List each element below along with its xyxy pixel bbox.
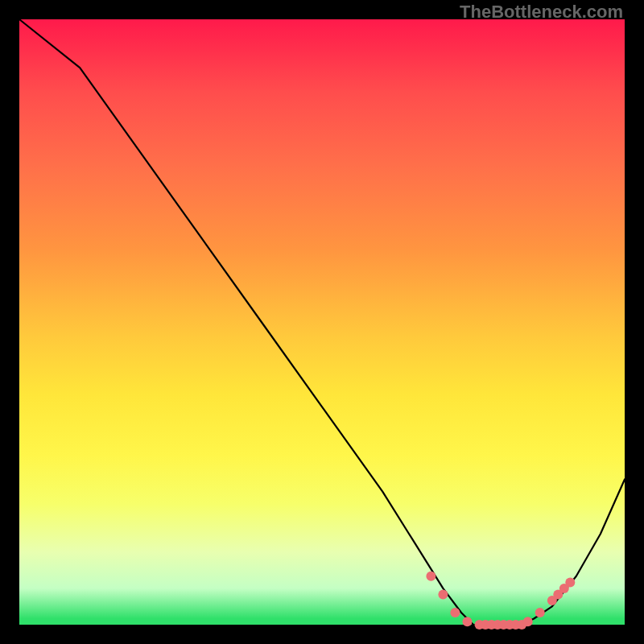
marker-dot <box>565 577 575 587</box>
chart-frame: TheBottleneck.com <box>0 0 644 644</box>
marker-dot <box>463 617 473 626</box>
marker-dot <box>523 617 533 626</box>
plot-area <box>19 19 625 625</box>
curve-svg <box>19 19 625 625</box>
marker-dot-group <box>426 572 575 630</box>
marker-dot <box>450 608 460 617</box>
bottleneck-curve <box>19 19 625 625</box>
marker-dot <box>535 608 545 617</box>
marker-dot <box>426 572 436 581</box>
marker-dot <box>438 589 448 599</box>
